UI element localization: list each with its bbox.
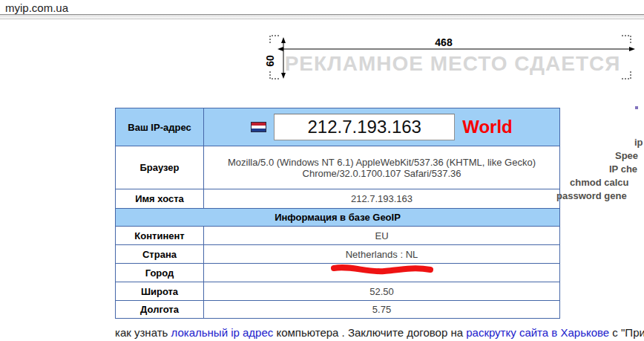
ip-row-label: Ваш IP-адрес xyxy=(116,108,204,146)
footer-text-1: как узнать xyxy=(115,326,171,339)
netherlands-flag-icon xyxy=(251,122,266,132)
browser-row-value: Mozilla/5.0 (Windows NT 6.1) AppleWebKit… xyxy=(204,146,560,189)
sidebar-item-ip[interactable]: ip xyxy=(634,137,643,148)
ad-placeholder-text: РЕКЛАМНОЕ МЕСТО СДАЕТСЯ xyxy=(273,52,632,76)
hostname-row-label: Имя хоста xyxy=(116,189,204,209)
latitude-row-value: 52.50 xyxy=(204,282,560,301)
toolbar-divider xyxy=(0,14,644,19)
table-row-latitude: Широта 52.50 xyxy=(116,282,560,301)
browser-row-label: Браузер xyxy=(116,146,204,189)
table-row-ip: Ваш IP-адрес World xyxy=(116,108,560,146)
continent-row-value: EU xyxy=(204,227,560,245)
city-row-label: Город xyxy=(116,264,204,282)
table-row-hostname: Имя хоста 212.7.193.163 xyxy=(116,189,560,209)
longitude-row-label: Долгота xyxy=(116,301,204,319)
table-row-geoip-header: Информация в базе GeoIP xyxy=(116,209,560,227)
ip-address-input[interactable] xyxy=(274,114,455,140)
table-row-browser: Браузер Mozilla/5.0 (Windows NT 6.1) App… xyxy=(116,146,560,189)
sidebar-item-password-generator[interactable]: password gene xyxy=(556,190,627,201)
footer-line: как узнать локальный ip адрес компьютера… xyxy=(115,326,644,339)
geoip-section-header: Информация в базе GeoIP xyxy=(116,209,560,227)
world-link[interactable]: World xyxy=(462,117,513,137)
sidebar-item-chmod-calculator[interactable]: chmod calcu xyxy=(570,177,628,188)
ip-info-table: Ваш IP-адрес World Браузер Mozilla/5.0 (… xyxy=(115,108,560,319)
hostname-row-value: 212.7.193.163 xyxy=(204,189,560,209)
latitude-row-label: Широта xyxy=(116,282,204,301)
sidebar-item-ip-check[interactable]: IP che xyxy=(609,163,637,175)
page-title: myip.com.ua xyxy=(5,1,68,14)
page: myip.com.ua 468 60 РЕКЛАМНОЕ МЕСТО СДАЕТ… xyxy=(0,0,644,341)
site-promotion-link[interactable]: раскрутку сайта в Харькове xyxy=(466,326,609,339)
continent-row-label: Континент xyxy=(116,227,204,245)
menu-bullet-icon xyxy=(635,106,638,109)
footer-text-3: с "Приорите xyxy=(609,326,644,339)
footer-text-2: компьютера . Заключите договор на xyxy=(273,326,466,339)
country-row-label: Страна xyxy=(116,245,204,264)
ad-width-label: 468 xyxy=(435,36,453,48)
table-row-longitude: Долгота 5.75 xyxy=(116,301,560,319)
table-row-continent: Континент EU xyxy=(116,227,560,245)
sidebar-item-speed[interactable]: Spee xyxy=(615,150,638,161)
red-marker-underline xyxy=(326,260,438,281)
longitude-row-value: 5.75 xyxy=(204,301,560,319)
local-ip-link[interactable]: локальный ip адрес xyxy=(171,326,274,339)
